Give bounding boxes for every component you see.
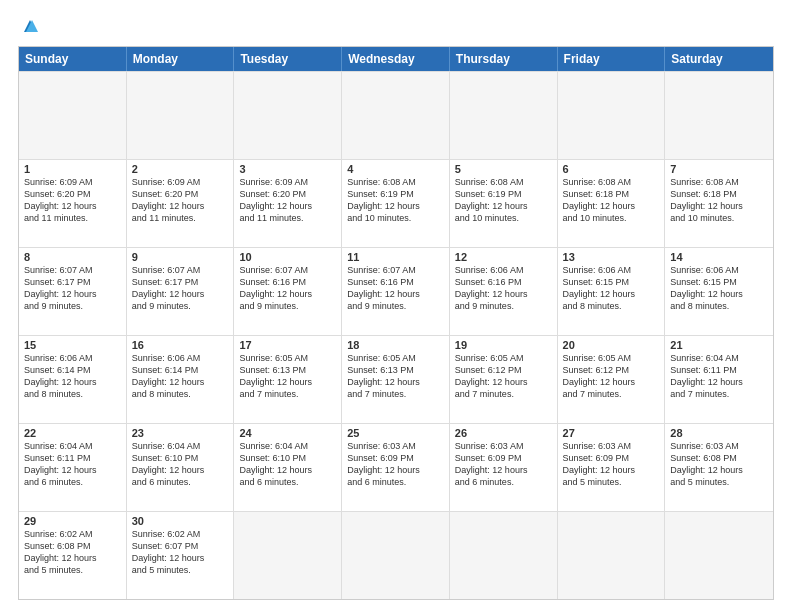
cell-line: Sunset: 6:08 PM xyxy=(24,540,121,552)
cal-cell xyxy=(665,512,773,599)
header xyxy=(18,18,774,36)
day-number: 25 xyxy=(347,427,444,439)
day-number: 16 xyxy=(132,339,229,351)
cell-line: and 5 minutes. xyxy=(563,476,660,488)
day-number: 11 xyxy=(347,251,444,263)
cell-line: Daylight: 12 hours xyxy=(24,464,121,476)
cell-line: Daylight: 12 hours xyxy=(563,200,660,212)
cal-cell: 22Sunrise: 6:04 AMSunset: 6:11 PMDayligh… xyxy=(19,424,127,511)
cell-line: Sunrise: 6:06 AM xyxy=(24,352,121,364)
cal-row-1: 1Sunrise: 6:09 AMSunset: 6:20 PMDaylight… xyxy=(19,159,773,247)
cell-line: Sunset: 6:18 PM xyxy=(563,188,660,200)
cal-header-sunday: Sunday xyxy=(19,47,127,71)
cal-header-thursday: Thursday xyxy=(450,47,558,71)
cal-cell xyxy=(450,72,558,159)
cal-cell: 3Sunrise: 6:09 AMSunset: 6:20 PMDaylight… xyxy=(234,160,342,247)
cal-cell: 10Sunrise: 6:07 AMSunset: 6:16 PMDayligh… xyxy=(234,248,342,335)
day-number: 17 xyxy=(239,339,336,351)
cell-line: Daylight: 12 hours xyxy=(24,200,121,212)
cell-line: Daylight: 12 hours xyxy=(455,376,552,388)
cell-line: Sunrise: 6:04 AM xyxy=(24,440,121,452)
cal-header-friday: Friday xyxy=(558,47,666,71)
day-number: 20 xyxy=(563,339,660,351)
cell-line: Sunset: 6:13 PM xyxy=(347,364,444,376)
day-number: 9 xyxy=(132,251,229,263)
day-number: 14 xyxy=(670,251,768,263)
day-number: 13 xyxy=(563,251,660,263)
cell-line: and 5 minutes. xyxy=(132,564,229,576)
day-number: 30 xyxy=(132,515,229,527)
day-number: 29 xyxy=(24,515,121,527)
cell-line: Sunset: 6:20 PM xyxy=(24,188,121,200)
cal-row-4: 22Sunrise: 6:04 AMSunset: 6:11 PMDayligh… xyxy=(19,423,773,511)
cell-line: Sunrise: 6:06 AM xyxy=(670,264,768,276)
cell-line: Sunrise: 6:04 AM xyxy=(239,440,336,452)
cal-cell: 13Sunrise: 6:06 AMSunset: 6:15 PMDayligh… xyxy=(558,248,666,335)
day-number: 5 xyxy=(455,163,552,175)
day-number: 15 xyxy=(24,339,121,351)
cell-line: Sunset: 6:15 PM xyxy=(563,276,660,288)
cell-line: and 8 minutes. xyxy=(24,388,121,400)
cell-line: and 6 minutes. xyxy=(24,476,121,488)
cell-line: and 11 minutes. xyxy=(24,212,121,224)
cell-line: Sunrise: 6:03 AM xyxy=(563,440,660,452)
cell-line: Daylight: 12 hours xyxy=(670,200,768,212)
cell-line: and 8 minutes. xyxy=(563,300,660,312)
cell-line: Sunrise: 6:04 AM xyxy=(132,440,229,452)
cell-line: Daylight: 12 hours xyxy=(132,464,229,476)
day-number: 10 xyxy=(239,251,336,263)
cell-line: Daylight: 12 hours xyxy=(455,200,552,212)
cell-line: Sunset: 6:17 PM xyxy=(24,276,121,288)
cal-cell xyxy=(558,512,666,599)
cell-line: Sunrise: 6:06 AM xyxy=(455,264,552,276)
cell-line: Sunrise: 6:08 AM xyxy=(563,176,660,188)
cal-cell: 12Sunrise: 6:06 AMSunset: 6:16 PMDayligh… xyxy=(450,248,558,335)
day-number: 27 xyxy=(563,427,660,439)
cal-cell xyxy=(342,512,450,599)
cell-line: and 6 minutes. xyxy=(132,476,229,488)
cell-line: Daylight: 12 hours xyxy=(132,552,229,564)
cell-line: Daylight: 12 hours xyxy=(670,376,768,388)
day-number: 24 xyxy=(239,427,336,439)
cal-cell: 14Sunrise: 6:06 AMSunset: 6:15 PMDayligh… xyxy=(665,248,773,335)
cell-line: Daylight: 12 hours xyxy=(455,288,552,300)
cal-header-saturday: Saturday xyxy=(665,47,773,71)
cell-line: Sunset: 6:10 PM xyxy=(239,452,336,464)
cell-line: Sunset: 6:10 PM xyxy=(132,452,229,464)
cell-line: Daylight: 12 hours xyxy=(132,288,229,300)
cell-line: Daylight: 12 hours xyxy=(24,376,121,388)
calendar: SundayMondayTuesdayWednesdayThursdayFrid… xyxy=(18,46,774,600)
cal-cell: 8Sunrise: 6:07 AMSunset: 6:17 PMDaylight… xyxy=(19,248,127,335)
cell-line: Daylight: 12 hours xyxy=(239,376,336,388)
cell-line: Sunset: 6:20 PM xyxy=(239,188,336,200)
cell-line: Sunrise: 6:05 AM xyxy=(239,352,336,364)
day-number: 28 xyxy=(670,427,768,439)
cell-line: Daylight: 12 hours xyxy=(347,376,444,388)
cell-line: Sunrise: 6:03 AM xyxy=(347,440,444,452)
cal-cell: 20Sunrise: 6:05 AMSunset: 6:12 PMDayligh… xyxy=(558,336,666,423)
cell-line: and 8 minutes. xyxy=(670,300,768,312)
day-number: 3 xyxy=(239,163,336,175)
day-number: 8 xyxy=(24,251,121,263)
logo-blue xyxy=(18,18,40,36)
cell-line: Sunset: 6:13 PM xyxy=(239,364,336,376)
cell-line: Daylight: 12 hours xyxy=(347,200,444,212)
cal-cell: 25Sunrise: 6:03 AMSunset: 6:09 PMDayligh… xyxy=(342,424,450,511)
cal-cell: 19Sunrise: 6:05 AMSunset: 6:12 PMDayligh… xyxy=(450,336,558,423)
cell-line: Sunset: 6:20 PM xyxy=(132,188,229,200)
cal-cell: 24Sunrise: 6:04 AMSunset: 6:10 PMDayligh… xyxy=(234,424,342,511)
cell-line: Sunset: 6:08 PM xyxy=(670,452,768,464)
cal-cell: 30Sunrise: 6:02 AMSunset: 6:07 PMDayligh… xyxy=(127,512,235,599)
cell-line: Sunrise: 6:05 AM xyxy=(563,352,660,364)
cell-line: Daylight: 12 hours xyxy=(24,288,121,300)
cell-line: Sunset: 6:07 PM xyxy=(132,540,229,552)
cal-row-2: 8Sunrise: 6:07 AMSunset: 6:17 PMDaylight… xyxy=(19,247,773,335)
day-number: 22 xyxy=(24,427,121,439)
cell-line: Sunset: 6:19 PM xyxy=(455,188,552,200)
cell-line: and 7 minutes. xyxy=(347,388,444,400)
cal-cell xyxy=(19,72,127,159)
cell-line: Sunrise: 6:05 AM xyxy=(347,352,444,364)
cell-line: Sunrise: 6:02 AM xyxy=(132,528,229,540)
cell-line: and 10 minutes. xyxy=(563,212,660,224)
day-number: 6 xyxy=(563,163,660,175)
